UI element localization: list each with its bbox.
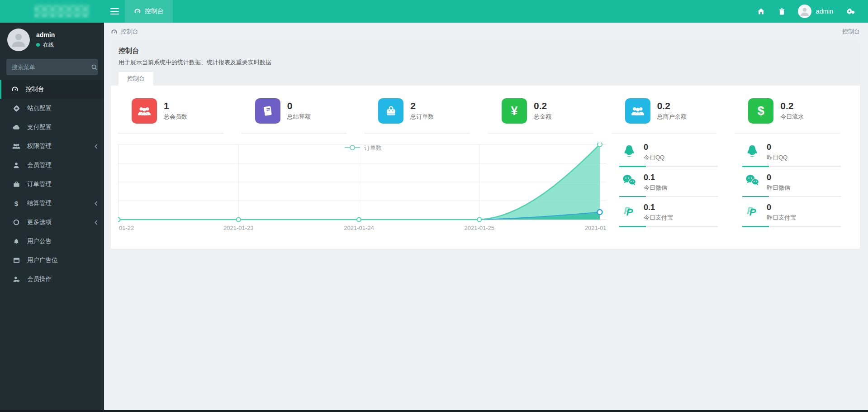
user-menu[interactable]: admin (793, 5, 838, 18)
sidebar-item-site-config[interactable]: 站点配置 (0, 99, 104, 118)
topnav-tab-dashboard[interactable]: 控制台 (125, 0, 173, 23)
stats-row: 1 总会员数 0 总结算额 (118, 98, 853, 134)
dollar-icon: $ (11, 200, 21, 207)
stat-label: 总订单数 (410, 113, 434, 121)
svg-text:2021-01-24: 2021-01-24 (344, 225, 374, 231)
divider (118, 133, 223, 134)
divider (612, 133, 717, 134)
sidebar-item-label: 结算管理 (27, 199, 52, 207)
sidebar-item-members[interactable]: 会员管理 (0, 156, 104, 175)
stat-value: 2 (410, 101, 434, 111)
mini-stat-label: 昨日微信 (767, 184, 790, 192)
svg-text:订单数: 订单数 (364, 144, 382, 151)
divider (365, 133, 470, 134)
bell-icon (11, 238, 21, 245)
svg-text:P: P (749, 206, 757, 217)
sidebar-user-panel: admin 在线 (0, 23, 104, 56)
progress-bar (619, 196, 718, 197)
today-stats-column: 0 今日QQ 0.1 今日微信 (607, 143, 730, 240)
sidebar-item-announcements[interactable]: 用户公告 (0, 232, 104, 251)
sidebar-item-permissions[interactable]: 权限管理 (0, 137, 104, 156)
stat-today-wechat[interactable]: 0.1 今日微信 (619, 173, 718, 197)
sidebar-item-dashboard[interactable]: 控制台 (0, 80, 104, 99)
breadcrumb-current[interactable]: 控制台 (121, 28, 138, 36)
book-icon (255, 98, 280, 124)
sidebar-item-label: 用户公告 (27, 237, 52, 245)
tab-dashboard[interactable]: 控制台 (119, 72, 153, 86)
home-button[interactable] (752, 0, 770, 23)
mini-stat-label: 今日支付宝 (644, 214, 673, 222)
topbar: 控制台 admin (0, 0, 868, 23)
mini-stat-value: 0.1 (644, 173, 667, 182)
sidebar-item-orders[interactable]: 订单管理 (0, 175, 104, 194)
stat-today-qq[interactable]: 0 今日QQ (619, 143, 718, 167)
stat-value: 0.2 (657, 101, 687, 111)
stat-label: 总会员数 (164, 113, 187, 121)
svg-text:2021-01-25: 2021-01-25 (465, 225, 495, 231)
brand-logo[interactable] (0, 0, 104, 23)
dollar-sign-icon: $ (748, 98, 773, 124)
mini-stat-label: 今日QQ (644, 153, 664, 162)
sidebar-toggle-button[interactable] (104, 0, 125, 23)
stat-card-total-members: 1 总会员数 (118, 98, 242, 134)
settings-button[interactable] (840, 0, 861, 23)
mini-stat-value: 0 (767, 173, 790, 182)
briefcase-icon (11, 181, 21, 187)
progress-bar (742, 196, 841, 197)
divider (488, 133, 593, 134)
gauge-icon (10, 86, 20, 93)
progress-bar (742, 166, 841, 167)
svg-text:2021-01-26: 2021-01-26 (585, 225, 607, 231)
sidebar-item-payment-config[interactable]: 支付配置 (0, 118, 104, 137)
stat-value: 0 (287, 101, 311, 111)
stat-yesterday-alipay[interactable]: PP 0 昨日支付宝 (742, 203, 841, 227)
user-icon (11, 162, 21, 168)
mini-stat-value: 0 (644, 143, 664, 152)
stat-yesterday-qq[interactable]: 0 昨日QQ (742, 143, 841, 167)
svg-text:2021-01-23: 2021-01-23 (223, 225, 254, 231)
sidebar-item-label: 支付配置 (27, 123, 52, 131)
sidebar-item-label: 控制台 (26, 85, 44, 93)
wechat-icon (744, 174, 760, 187)
gauge-icon (111, 29, 118, 35)
yuan-icon: ¥ (502, 98, 527, 124)
mini-stat-label: 昨日QQ (767, 153, 787, 162)
members-icon (132, 98, 157, 124)
trash-button[interactable] (773, 0, 791, 23)
svg-text:01-22: 01-22 (119, 225, 134, 231)
wechat-icon (621, 174, 637, 187)
breadcrumb-right[interactable]: 控制台 (842, 28, 860, 36)
stat-card-merchant-balance: 0.2 总商户余额 (612, 98, 735, 134)
stat-card-total-orders: 2 总订单数 (365, 98, 488, 134)
topnav-tab-label: 控制台 (145, 7, 164, 15)
home-icon (758, 8, 764, 14)
stat-card-today-flow: $ 0.2 今日流水 (735, 98, 853, 134)
stat-label: 总结算额 (287, 113, 311, 121)
mini-stat-label: 昨日支付宝 (767, 214, 796, 222)
divider (735, 133, 840, 134)
chevron-left-icon (95, 201, 98, 206)
main-content: 控制台 控制台 控制台 用于展示当前系统中的统计数据、统计报表及重要实时数据 控… (104, 23, 868, 410)
qq-icon (621, 144, 637, 158)
mini-stat-value: 0 (767, 143, 787, 152)
chevron-left-icon (95, 144, 98, 149)
alipay-icon: PP (621, 204, 637, 217)
search-input[interactable] (12, 64, 91, 71)
stat-yesterday-wechat[interactable]: 0 昨日微信 (742, 173, 841, 197)
cogs-icon (846, 8, 855, 15)
circle-icon (11, 219, 21, 225)
sidebar-item-more-options[interactable]: 更多选项 (0, 213, 104, 232)
sidebar-item-settlement[interactable]: $ 结算管理 (0, 194, 104, 213)
alipay-icon: PP (744, 204, 760, 217)
search-icon[interactable] (91, 64, 97, 70)
stat-today-alipay[interactable]: PP 0.1 今日支付宝 (619, 203, 718, 227)
ad-board-icon (11, 257, 21, 263)
sidebar-item-member-actions[interactable]: 会员操作 (0, 270, 104, 289)
stat-card-total-settlement: 0 总结算额 (242, 98, 365, 134)
mini-stat-value: 0.1 (644, 203, 673, 212)
chevron-left-icon (95, 220, 98, 225)
orders-chart: 订单数01-222021-01-232021-01-242021-01-2520… (118, 143, 607, 240)
sidebar-item-ad-slots[interactable]: 用户广告位 (0, 251, 104, 270)
merchants-icon (625, 98, 650, 124)
sidebar-search (6, 59, 98, 75)
